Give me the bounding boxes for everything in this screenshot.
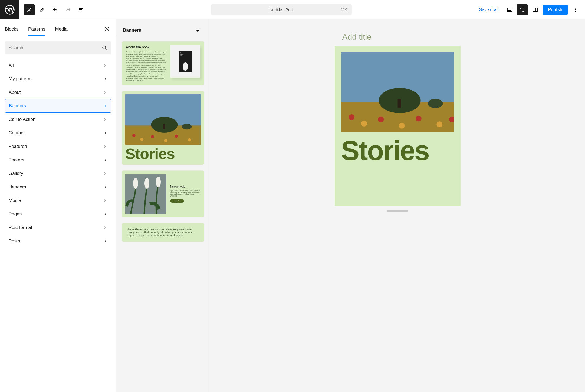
category-label: Footers <box>9 157 24 163</box>
category-featured[interactable]: Featured <box>5 140 111 153</box>
pattern-heading: New arrivals <box>170 185 201 188</box>
text-brand: Fleurs <box>134 228 143 231</box>
svg-rect-12 <box>163 124 165 129</box>
save-draft-button[interactable]: Save draft <box>476 5 502 14</box>
svg-point-4 <box>575 9 576 10</box>
svg-point-3 <box>575 8 576 8</box>
category-media[interactable]: Media <box>5 194 111 207</box>
pattern-filter-button[interactable] <box>192 25 203 36</box>
pattern-stories-banner[interactable]: Stories <box>122 91 204 165</box>
laptop-icon <box>506 6 512 13</box>
category-my-patterns[interactable]: My patterns <box>5 72 111 86</box>
category-label: Gallery <box>9 171 23 176</box>
publish-button[interactable]: Publish <box>543 5 568 15</box>
svg-point-33 <box>399 123 405 129</box>
category-headers[interactable]: Headers <box>5 180 111 194</box>
settings-sidebar-button[interactable] <box>530 4 541 15</box>
category-label: Pages <box>9 211 22 217</box>
bust-illustration <box>183 62 188 71</box>
svg-point-31 <box>361 121 367 127</box>
close-inserter-button[interactable] <box>24 4 35 15</box>
tab-patterns[interactable]: Patterns <box>28 23 45 36</box>
chevron-right-icon <box>103 185 107 189</box>
document-title-bar[interactable]: No title · Post ⌘K <box>211 4 352 15</box>
svg-point-13 <box>182 124 192 130</box>
chevron-right-icon <box>103 171 107 176</box>
chevron-right-icon <box>103 90 107 95</box>
pattern-search[interactable] <box>5 41 111 54</box>
svg-line-7 <box>105 49 107 50</box>
category-label: All <box>9 63 14 68</box>
category-footers[interactable]: Footers <box>5 153 111 167</box>
redo-button <box>63 4 74 15</box>
command-shortcut: ⌘K <box>341 8 347 12</box>
post-title-placeholder[interactable]: Add title <box>342 32 461 42</box>
category-label: Media <box>9 198 21 203</box>
pattern-new-arrivals[interactable]: New arrivals Like flowers that bloom in … <box>122 170 204 217</box>
chevron-right-icon <box>103 63 107 68</box>
search-input[interactable] <box>9 45 101 51</box>
options-menu-button[interactable] <box>570 4 581 15</box>
category-label: Banners <box>9 103 26 109</box>
list-view-icon <box>78 6 84 13</box>
category-label: Post format <box>9 225 32 230</box>
svg-point-29 <box>428 99 443 108</box>
category-banners[interactable]: Banners <box>5 99 111 113</box>
close-icon <box>26 6 32 13</box>
preview-desktop-button[interactable] <box>504 4 515 15</box>
category-label: Contact <box>9 130 25 136</box>
category-pages[interactable]: Pages <box>5 207 111 221</box>
category-gallery[interactable]: Gallery <box>5 167 111 180</box>
canvas-resize-handle[interactable] <box>387 210 408 212</box>
editor-toolbar: No title · Post ⌘K Save draft Publish <box>0 0 585 19</box>
svg-point-35 <box>436 121 442 127</box>
flowers-image <box>125 174 166 214</box>
svg-point-21 <box>133 178 138 189</box>
editor-canvas[interactable]: Add title Stories <box>335 32 461 206</box>
expand-icon <box>519 6 525 13</box>
svg-point-19 <box>188 138 191 142</box>
chevron-right-icon <box>103 117 107 122</box>
document-overview-button[interactable] <box>76 4 87 15</box>
svg-point-18 <box>175 135 178 138</box>
svg-point-30 <box>349 114 354 120</box>
document-title: No title · Post <box>270 7 294 12</box>
inserted-stories-block[interactable]: Stories <box>335 46 461 206</box>
pattern-cta: Learn More <box>170 199 184 203</box>
wordpress-logo[interactable] <box>0 0 19 19</box>
svg-point-34 <box>416 116 422 122</box>
zoom-out-view-button[interactable] <box>517 4 528 15</box>
chevron-right-icon <box>103 104 107 108</box>
undo-icon <box>52 6 58 13</box>
pattern-category-list: AllMy patternsAboutBannersCall to Action… <box>0 57 116 392</box>
category-posts[interactable]: Posts <box>5 234 111 248</box>
redo-icon <box>65 6 71 13</box>
svg-point-5 <box>575 11 576 12</box>
svg-point-14 <box>132 134 136 137</box>
svg-point-23 <box>156 177 161 187</box>
pattern-fleurs-mission[interactable]: We're Fleurs, our mission is to deliver … <box>122 223 204 242</box>
category-label: Call to Action <box>9 117 35 122</box>
edit-tools-button[interactable] <box>37 4 48 15</box>
svg-point-32 <box>378 117 384 122</box>
pencil-icon <box>39 6 45 13</box>
landscape-image <box>125 94 201 145</box>
chevron-right-icon <box>103 212 107 216</box>
category-all[interactable]: All <box>5 59 111 72</box>
pattern-about-book[interactable]: About the book This exquisite compilatio… <box>122 41 204 85</box>
tab-media[interactable]: Media <box>55 23 67 36</box>
undo-button[interactable] <box>50 4 61 15</box>
category-cta[interactable]: Call to Action <box>5 113 111 126</box>
category-postformat[interactable]: Post format <box>5 221 111 234</box>
close-icon <box>104 25 110 32</box>
pattern-category-title: Banners <box>123 28 141 33</box>
category-contact[interactable]: Contact <box>5 126 111 140</box>
category-about[interactable]: About <box>5 86 111 99</box>
tab-blocks[interactable]: Blocks <box>5 23 18 36</box>
svg-point-16 <box>151 135 154 138</box>
svg-rect-1 <box>533 8 537 12</box>
category-label: Headers <box>9 184 26 190</box>
block-spacer <box>341 164 454 200</box>
inserter-close-button[interactable] <box>101 23 112 34</box>
svg-point-22 <box>144 178 149 189</box>
